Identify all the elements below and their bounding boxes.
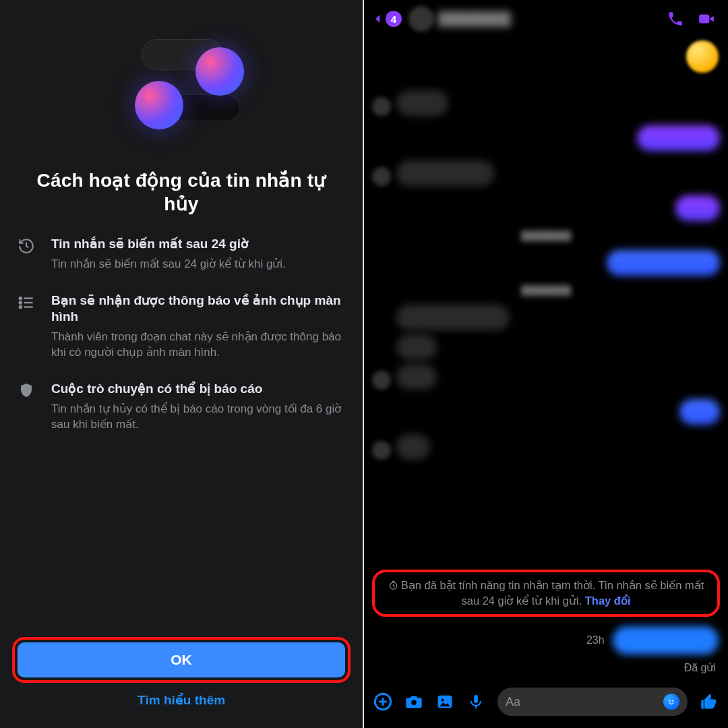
emoji-picker-button[interactable]: [663, 694, 679, 710]
call-button[interactable]: [662, 10, 689, 28]
svg-point-16: [672, 700, 673, 702]
message-bubble[interactable]: ██████████: [396, 160, 494, 186]
feature-desc: Thành viên trong đoạn chat này sẽ nhận đ…: [51, 330, 346, 361]
avatar: [372, 167, 391, 186]
hero-illustration: [0, 13, 363, 162]
message-bubble[interactable]: ██████████: [613, 626, 719, 655]
ok-button[interactable]: OK: [18, 642, 345, 677]
notice-text: Bạn đã bật tính năng tin nhắn tạm thời. …: [401, 579, 704, 607]
avatar: [372, 371, 391, 390]
feature-item: Bạn sẽ nhận được thông báo về ảnh chụp m…: [16, 293, 346, 361]
shield-icon: [16, 381, 36, 433]
sent-status: Đã gửi: [364, 659, 728, 681]
reaction-emoji: [686, 40, 719, 73]
feature-title: Tin nhắn sẽ biến mất sau 24 giờ: [51, 236, 286, 253]
message-timestamp: 23h: [586, 634, 605, 646]
message-list[interactable]: ████ ████████ ██████████ ███ ████████ ██…: [364, 38, 728, 564]
avatar[interactable]: [408, 6, 434, 32]
svg-rect-14: [474, 695, 478, 703]
chat-header: 4 ████████: [364, 0, 728, 38]
feature-desc: Tin nhắn tự hủy có thể bị báo cáo trong …: [51, 402, 346, 433]
history-icon: [16, 236, 36, 272]
message-bubble[interactable]: ████████████: [607, 250, 720, 276]
highlight-ok: OK: [12, 637, 351, 683]
feature-title: Bạn sẽ nhận được thông báo về ảnh chụp m…: [51, 293, 346, 326]
input-placeholder: Aa: [506, 695, 663, 709]
timestamp-divider: ████████: [372, 231, 720, 241]
like-button[interactable]: [700, 692, 719, 711]
message-bubble[interactable]: ████████████: [396, 305, 510, 330]
svg-point-13: [441, 699, 444, 702]
composer: Aa: [364, 681, 728, 728]
svg-point-11: [411, 700, 416, 704]
back-button[interactable]: 4: [372, 11, 402, 27]
change-link[interactable]: Thay đổi: [585, 595, 631, 607]
timer-icon: [388, 580, 398, 590]
chat-title[interactable]: ████████: [438, 11, 511, 26]
message-bubble[interactable]: ████████: [637, 125, 720, 151]
feature-desc: Tin nhắn sẽ biến mất sau 24 giờ kể từ kh…: [51, 257, 286, 272]
chat-view: 4 ████████ ████ ████████ ██████████ ███ …: [364, 0, 728, 728]
more-actions-button[interactable]: [373, 692, 392, 711]
unread-count-badge: 4: [386, 11, 402, 27]
svg-point-15: [669, 700, 671, 702]
message-bubble[interactable]: ██: [679, 399, 720, 425]
mic-button[interactable]: [466, 692, 485, 711]
video-call-button[interactable]: [693, 10, 720, 28]
svg-point-0: [20, 297, 22, 299]
feature-list: Tin nhắn sẽ biến mất sau 24 giờ Tin nhắn…: [0, 220, 363, 637]
disappearing-notice: Bạn đã bật tính năng tin nhắn tạm thời. …: [383, 578, 709, 609]
highlight-notice: Bạn đã bật tính năng tin nhắn tạm thời. …: [372, 570, 720, 617]
svg-point-2: [20, 301, 22, 303]
last-message-row: 23h ██████████: [364, 622, 728, 659]
message-input[interactable]: Aa: [497, 688, 688, 716]
feature-item: Cuộc trò chuyện có thể bị báo cáo Tin nh…: [16, 381, 346, 433]
gallery-button[interactable]: [435, 692, 454, 711]
avatar: [372, 441, 391, 460]
message-bubble[interactable]: ███: [675, 195, 720, 221]
timestamp-divider: ████████: [372, 285, 720, 295]
svg-point-4: [20, 306, 22, 308]
disappearing-info-modal: Cách hoạt động của tin nhắn tự hủy Tin n…: [0, 0, 364, 728]
avatar: [372, 97, 391, 116]
learn-more-link[interactable]: Tìm hiểu thêm: [12, 683, 351, 720]
svg-rect-6: [699, 15, 709, 24]
message-bubble[interactable]: ██: [396, 334, 437, 360]
list-icon: [16, 293, 36, 361]
feature-item: Tin nhắn sẽ biến mất sau 24 giờ Tin nhắn…: [16, 236, 346, 272]
message-bubble[interactable]: ████: [396, 90, 448, 116]
camera-button[interactable]: [404, 692, 423, 711]
message-bubble[interactable]: ██: [396, 364, 437, 390]
modal-title: Cách hoạt động của tin nhắn tự hủy: [0, 162, 363, 220]
feature-title: Cuộc trò chuyện có thể bị báo cáo: [51, 381, 346, 398]
message-bubble[interactable]: ██: [396, 434, 430, 460]
